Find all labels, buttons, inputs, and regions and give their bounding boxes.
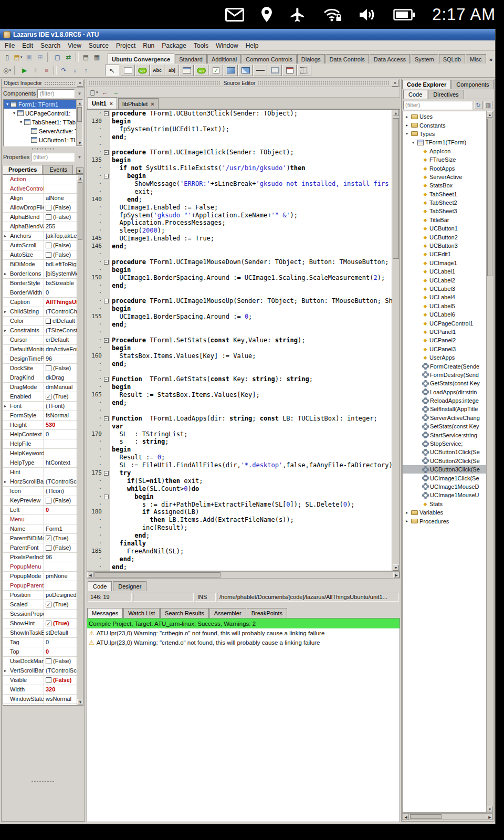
gutter-line-number[interactable]: 160 <box>87 352 103 360</box>
code-text[interactable]: if not SysUtils.FileExists('/usr/bin/gks… <box>110 164 392 172</box>
code-line[interactable]: 145 UCImage1.Enabled := True; <box>87 235 392 243</box>
explorer-item-types[interactable]: ▾Types <box>403 130 486 138</box>
palette-tab-misc[interactable]: Misc <box>466 54 486 64</box>
explorer-item-ucpanel3[interactable]: ◆UCPanel3 <box>403 345 486 353</box>
property-value[interactable]: (TControlChildSizing) <box>44 307 77 316</box>
palette-uc-checkbox-button[interactable]: ✓ <box>209 65 223 76</box>
code-line[interactable]: · end; <box>87 555 392 563</box>
code-text[interactable]: SL : TStringList; <box>110 430 392 438</box>
code-text[interactable]: UCImage1.Enabled := True; <box>110 235 392 243</box>
code-text[interactable] <box>110 250 392 258</box>
property-row-popupparent[interactable]: PopupParent <box>3 581 77 591</box>
code-line[interactable]: ·begin <box>87 383 392 391</box>
close-tab-icon[interactable]: × <box>151 101 154 107</box>
fold-collapse-icon[interactable]: − <box>104 495 109 499</box>
editor-vertical-scrollbar[interactable]: ▲ ▼ <box>392 110 400 571</box>
gutter-line-number[interactable]: · <box>87 532 103 540</box>
checkbox-icon[interactable] <box>46 252 51 258</box>
close-icon[interactable]: × <box>77 80 83 87</box>
property-row-borderstyle[interactable]: BorderStylebsSizeable <box>3 279 77 288</box>
tree-expander-icon[interactable]: ▸ <box>404 519 410 523</box>
property-row-action[interactable]: Action <box>3 175 77 184</box>
battery-icon[interactable] <box>393 9 415 20</box>
explorer-item-uclabel6[interactable]: ◆UCLabel6 <box>403 310 486 319</box>
property-row-height[interactable]: Height530 <box>3 421 77 430</box>
tree-expander-icon[interactable]: ▾ <box>5 102 10 107</box>
scroll-down-icon[interactable]: ▼ <box>487 806 493 812</box>
scroll-down-icon[interactable]: ▼ <box>77 140 83 146</box>
property-expand-icon[interactable]: ▸ <box>4 477 6 486</box>
menu-item-source[interactable]: Source <box>85 41 112 50</box>
jump-forward-button[interactable]: → <box>110 87 121 98</box>
gutter-line-number[interactable]: · <box>87 493 103 501</box>
messages-tab-messages[interactable]: Messages <box>87 608 123 618</box>
code-text[interactable]: begin <box>110 305 392 313</box>
explorer-item-selfinstall-apptitle[interactable]: SelfInstall(AppTitle <box>403 405 486 413</box>
code-line[interactable]: · UCImage1.Enabled := False; <box>87 204 392 212</box>
explorer-horizontal-scrollbar[interactable]: ◀ ▶ <box>402 813 494 820</box>
gutter-line-number[interactable]: · <box>87 212 103 219</box>
palette-uc-form-button[interactable] <box>180 65 194 76</box>
property-row-dragkind[interactable]: DragKinddkDrag <box>3 373 77 383</box>
property-row-helpfile[interactable]: HelpFile <box>3 439 77 449</box>
property-value[interactable]: dmManual <box>44 383 77 392</box>
scroll-up-icon[interactable]: ▲ <box>393 110 399 116</box>
explorer-item-uclabel4[interactable]: ◆UCLabel4 <box>403 293 486 301</box>
property-value[interactable]: (TControlScrollBar) <box>44 666 77 675</box>
gutter-line-number[interactable]: · <box>87 454 103 461</box>
gutter-line-number[interactable]: · <box>87 110 103 118</box>
code-text[interactable]: begin <box>110 344 392 352</box>
code-line[interactable]: ·begin <box>87 305 392 313</box>
code-line[interactable]: · inc(Result); <box>87 524 392 532</box>
close-icon[interactable]: × <box>392 80 398 87</box>
explorer-item-ucimage1mouseu[interactable]: UCImage1MouseU <box>403 491 486 499</box>
scrollbar-thumb[interactable] <box>487 119 492 276</box>
inspector-splitter[interactable] <box>2 146 85 151</box>
code-line[interactable]: 146end; <box>87 243 392 250</box>
explorer-item-formdestroy-send[interactable]: FormDestroy(Send <box>403 371 486 379</box>
gutter-line-number[interactable]: · <box>87 258 103 266</box>
gutter-line-number[interactable]: · <box>87 266 103 274</box>
code-text[interactable]: UCImage1.BorderSpacing.Around := UCImage… <box>110 274 392 282</box>
palette-uc-panel-button[interactable] <box>268 65 282 76</box>
code-text[interactable]: end; <box>110 563 392 571</box>
checkbox-icon[interactable] <box>46 498 51 503</box>
code-line[interactable]: · <box>87 368 392 375</box>
explorer-item-ucedit1[interactable]: ◆UCEdit1 <box>403 250 486 258</box>
property-value[interactable]: crDefault <box>44 335 77 344</box>
property-value[interactable]: dkDrag <box>44 373 77 382</box>
code-line[interactable]: 170 SL : TStringList; <box>87 430 392 438</box>
gutter-line-number[interactable]: 170 <box>87 430 103 438</box>
code-text[interactable]: finally <box>110 540 392 548</box>
code-text[interactable]: Application.ProcessMessages; <box>110 219 392 227</box>
scrollbar-thumb[interactable] <box>77 107 82 122</box>
source-editor-header[interactable]: Source Editor × <box>87 79 400 87</box>
property-value[interactable]: 0 <box>44 506 77 514</box>
explorer-item-ucbutton2[interactable]: ◆UCButton2 <box>403 233 486 241</box>
scroll-down-icon[interactable]: ▼ <box>393 564 399 571</box>
code-line[interactable]: · fpSystem(trim(UCEdit1.Text)); <box>87 125 392 133</box>
palette-uc-widget-button[interactable] <box>121 65 135 76</box>
code-text[interactable]: s : string; <box>110 438 392 446</box>
toggle-form-unit-button[interactable]: ▢▾ <box>88 87 99 98</box>
gutter-line-number[interactable]: · <box>87 297 103 305</box>
property-row-width[interactable]: Width320 <box>3 685 77 695</box>
fold-collapse-icon[interactable]: − <box>104 260 109 265</box>
property-value[interactable]: [biSystemMenu,biMinimize,biMaximize] <box>44 269 77 278</box>
property-expand-icon[interactable]: ▸ <box>4 326 6 335</box>
explorer-mode-tab-code[interactable]: Code <box>403 90 427 99</box>
code-line[interactable]: · then LB.Items.Add(ExtractFileName(s)); <box>87 516 392 524</box>
gutter-line-number[interactable]: · <box>87 305 103 313</box>
code-line[interactable]: 150 UCImage1.BorderSpacing.Around := UCI… <box>87 274 392 282</box>
palette-uc-label-button[interactable]: Abc <box>150 65 164 76</box>
code-line[interactable]: · if not SysUtils.FileExists('/usr/bin/g… <box>87 164 392 172</box>
property-row-sessionproperties[interactable]: SessionProperties <box>3 610 77 619</box>
code-text[interactable]: end; <box>110 321 392 329</box>
property-row-usedockmanager[interactable]: UseDockManager(False) <box>3 657 77 666</box>
explorer-filter-input[interactable] <box>403 101 472 110</box>
palette-tab-data-controls[interactable]: Data Controls <box>326 54 369 64</box>
property-value[interactable]: wsNormal <box>44 695 77 704</box>
select-tool-button[interactable]: ↖ <box>105 65 119 76</box>
gutter-line-number[interactable]: 165 <box>87 391 103 399</box>
property-value[interactable]: [akTop,akLeft] <box>44 232 77 240</box>
